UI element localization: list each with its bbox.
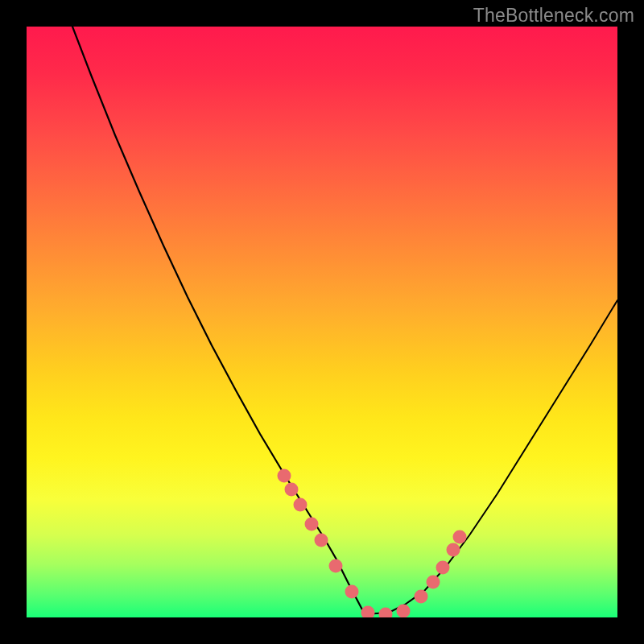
data-marker bbox=[361, 606, 375, 618]
data-marker bbox=[453, 530, 467, 544]
data-marker bbox=[305, 518, 319, 531]
chart-svg bbox=[27, 27, 617, 617]
chart-container: TheBottleneck.com bbox=[0, 0, 644, 644]
data-marker bbox=[345, 585, 359, 599]
data-marker bbox=[436, 561, 450, 575]
data-marker bbox=[278, 469, 291, 483]
data-marker bbox=[447, 543, 460, 557]
plot-area bbox=[27, 27, 617, 617]
data-marker bbox=[379, 608, 393, 618]
curve-right bbox=[365, 300, 617, 614]
data-marker bbox=[285, 483, 299, 497]
data-marker bbox=[329, 559, 343, 573]
data-marker bbox=[397, 605, 411, 618]
watermark-text: TheBottleneck.com bbox=[473, 5, 634, 27]
data-marker bbox=[294, 498, 308, 512]
data-markers bbox=[278, 469, 467, 618]
data-marker bbox=[427, 576, 440, 589]
data-marker bbox=[315, 534, 328, 547]
curve-left bbox=[72, 27, 365, 614]
data-marker bbox=[415, 590, 428, 604]
